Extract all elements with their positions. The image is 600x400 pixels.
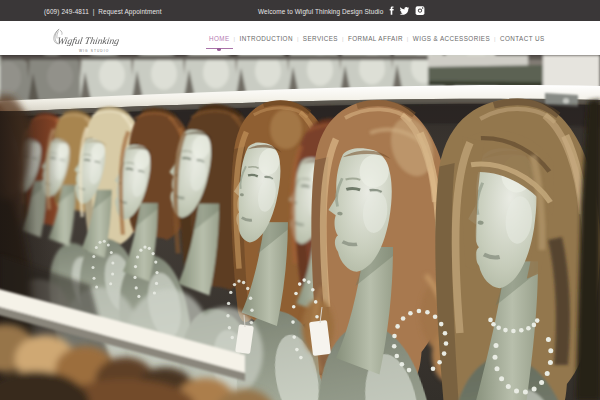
svg-text:WIG STUDIO: WIG STUDIO — [79, 49, 109, 53]
svg-text:Wigful Thinking: Wigful Thinking — [56, 35, 120, 46]
